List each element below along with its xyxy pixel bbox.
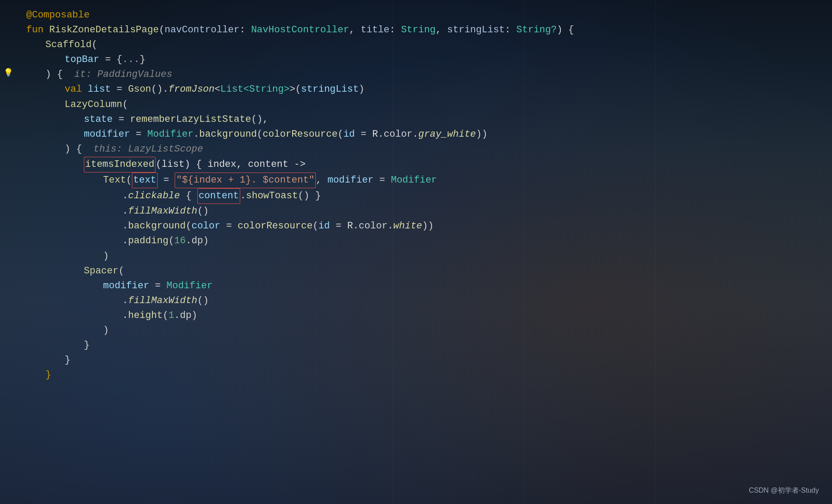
- type-navhost: NavHostController: [251, 23, 349, 38]
- func-text: Text: [103, 173, 126, 188]
- watermark: CSDN @初学者-Study: [749, 485, 819, 496]
- punct: .: [122, 308, 128, 323]
- param-id2: id: [318, 219, 330, 234]
- punct: ) {: [65, 142, 82, 157]
- punct: =: [111, 82, 128, 97]
- code-line-3: Scaffold(: [26, 38, 832, 52]
- code-line-21: .height(1.dp): [26, 308, 832, 323]
- punct: :: [240, 23, 251, 38]
- punct: (: [118, 264, 124, 279]
- punct: =: [113, 112, 130, 127]
- punct: {: [180, 189, 197, 204]
- code-line-9: modifier = Modifier.background(colorReso…: [26, 127, 832, 142]
- code-editor: @Composable fun RiskZoneDetailsPage(navC…: [0, 0, 832, 504]
- punct: ): [103, 323, 109, 338]
- param-stringlist: stringList: [301, 82, 359, 97]
- var-content-boxed: content: [197, 188, 240, 204]
- code-line-11: itemsIndexed(list) { index, content ->: [26, 157, 832, 173]
- punct: )): [476, 127, 487, 142]
- punct: =: [149, 279, 167, 293]
- punct: =: [355, 127, 373, 142]
- method-background2: background: [128, 219, 186, 234]
- code-line-5: 💡 ) { it: PaddingValues: [26, 67, 832, 82]
- punct: () }: [298, 189, 321, 204]
- method-rememberlazyliststate: rememberLazyListState: [130, 112, 251, 127]
- method-showtoast: showToast: [246, 189, 298, 204]
- code-line-8: state = rememberLazyListState(),: [26, 112, 832, 127]
- code-line-25: }: [26, 368, 832, 383]
- punct: (: [92, 38, 97, 52]
- punct: ().: [151, 82, 169, 97]
- code-line-20: .fillMaxWidth(): [26, 293, 832, 308]
- hint-paddingvalues: it: PaddingValues: [63, 67, 173, 82]
- param-id: id: [343, 127, 355, 142]
- param-modifier3: modifier: [103, 279, 149, 293]
- punct: }: [84, 338, 90, 353]
- punct: (: [159, 23, 165, 38]
- punct: .color.: [353, 219, 393, 234]
- method-fillmaxwidth2: fillMaxWidth: [128, 293, 197, 308]
- color-white: white: [394, 219, 422, 234]
- code-line-17: ): [26, 249, 832, 264]
- code-line-22: ): [26, 323, 832, 338]
- code-line-1: @Composable: [26, 8, 832, 23]
- punct: =: [220, 219, 238, 234]
- punct: )): [422, 219, 434, 234]
- code-line-6: val list = Gson().fromJson<List<String>>…: [26, 82, 832, 97]
- code-line-4: topBar = {...}: [26, 52, 832, 67]
- code-line-7: LazyColumn(: [26, 97, 832, 112]
- punct: .: [122, 293, 128, 308]
- punct: :: [390, 23, 401, 38]
- punct: >(: [290, 82, 301, 97]
- method-clickable: clickable: [128, 189, 180, 204]
- punct: }: [140, 52, 145, 67]
- code-line-2: fun RiskZoneDetailsPage(navController: N…: [26, 23, 832, 38]
- punct: ,: [349, 23, 360, 38]
- param-state: state: [84, 112, 113, 127]
- method-itemsindexed-boxed: itemsIndexed: [84, 157, 155, 173]
- method-background: background: [199, 127, 257, 142]
- method-fillmaxwidth: fillMaxWidth: [128, 204, 197, 219]
- type-modifier: Modifier: [147, 127, 193, 142]
- param-modifier2: modifier: [328, 173, 374, 188]
- punct: .dp): [174, 308, 197, 323]
- items-args: (list) { index, content ->: [155, 157, 305, 172]
- type-modifier2: Modifier: [391, 173, 437, 188]
- param-stringlist: stringList: [447, 23, 505, 38]
- punct: ): [359, 82, 364, 97]
- punct: (: [313, 219, 318, 234]
- bulb-icon: 💡: [3, 67, 13, 79]
- punct: =: [158, 173, 175, 188]
- punct: .: [193, 127, 199, 142]
- type-modifier3: Modifier: [166, 279, 213, 293]
- punct: (: [162, 308, 168, 323]
- code-line-23: }: [26, 338, 832, 353]
- func-lazycolumn: LazyColumn: [65, 97, 122, 112]
- func-scaffold: Scaffold: [45, 38, 92, 52]
- punct: (): [197, 293, 209, 308]
- annotation-composable: @Composable: [26, 8, 90, 23]
- code-line-10: ) { this: LazyListScope: [26, 142, 832, 157]
- punct: (: [186, 219, 191, 234]
- number-1: 1: [169, 308, 174, 323]
- punct: :: [505, 23, 516, 38]
- r-color: R: [372, 127, 378, 142]
- method-fromjson: fromJson: [169, 82, 215, 97]
- type-list: List<String>: [220, 82, 289, 97]
- punct: ): [103, 249, 109, 264]
- func-spacer: Spacer: [84, 264, 118, 279]
- punct: ) {: [45, 67, 63, 82]
- param-nav: navController: [165, 23, 240, 38]
- param-topbar: topBar: [65, 52, 99, 67]
- punct: (: [126, 173, 132, 188]
- string-template-boxed: "${index + 1}. $content": [175, 173, 316, 188]
- code-line-13: .clickable { content.showToast() }: [26, 188, 832, 204]
- type-stringq: String?: [516, 23, 556, 38]
- punct: (: [169, 234, 174, 249]
- method-itemsindexed: itemsIndexed: [85, 159, 154, 170]
- param-text-boxed: text: [132, 173, 158, 188]
- punct: ,: [435, 23, 447, 38]
- code-line-19: modifier = Modifier: [26, 279, 832, 293]
- type-string: String: [401, 23, 435, 38]
- var-list: list: [88, 82, 111, 97]
